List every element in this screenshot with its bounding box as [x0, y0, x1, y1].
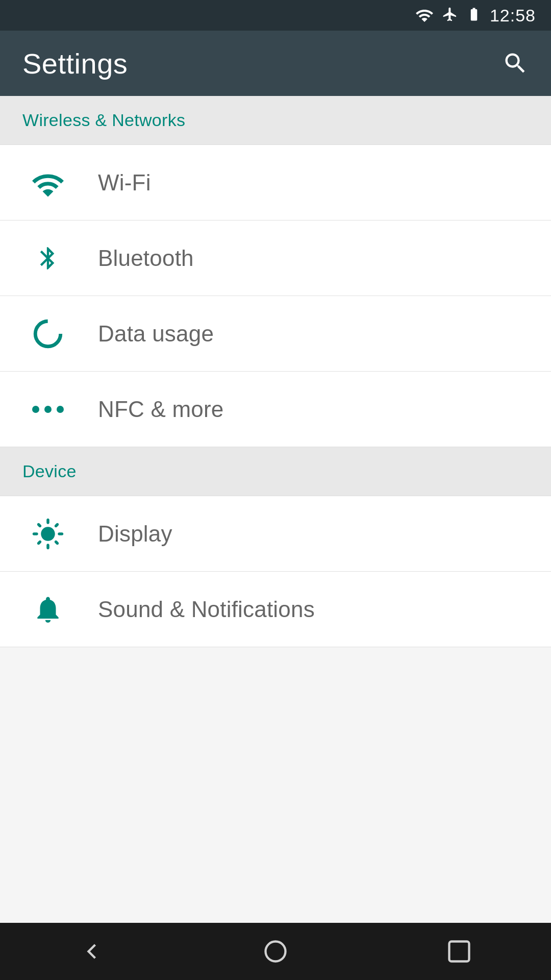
airplane-icon: [442, 6, 458, 24]
settings-content: Wireless & Networks Wi-Fi Bluetooth Data…: [0, 96, 551, 980]
wireless-networks-header: Wireless & Networks: [0, 96, 551, 145]
display-label: Display: [98, 521, 172, 547]
display-item[interactable]: Display: [0, 496, 551, 572]
wifi-status-icon: [415, 7, 434, 24]
data-usage-item[interactable]: Data usage: [0, 296, 551, 372]
svg-point-0: [35, 321, 61, 347]
data-usage-icon: [22, 317, 73, 351]
nav-bar: [0, 923, 551, 980]
sound-notifications-label: Sound & Notifications: [98, 597, 315, 622]
bluetooth-label: Bluetooth: [98, 246, 194, 271]
wifi-label: Wi-Fi: [98, 170, 151, 195]
bluetooth-item[interactable]: Bluetooth: [0, 220, 551, 296]
status-bar: 12:58: [0, 0, 551, 31]
home-button[interactable]: [262, 938, 289, 965]
bell-icon: [22, 593, 73, 626]
device-label: Device: [22, 461, 77, 481]
sound-notifications-item[interactable]: Sound & Notifications: [0, 572, 551, 647]
display-icon: [22, 517, 73, 551]
app-bar: Settings: [0, 31, 551, 96]
page-title: Settings: [22, 47, 128, 80]
wireless-networks-label: Wireless & Networks: [22, 110, 185, 130]
search-button[interactable]: [502, 50, 529, 77]
svg-point-1: [266, 942, 286, 962]
nfc-more-item[interactable]: NFC & more: [0, 372, 551, 447]
more-icon: [22, 406, 73, 413]
status-time: 12:58: [490, 6, 536, 26]
status-icons: 12:58: [415, 6, 536, 26]
bluetooth-icon: [22, 240, 73, 277]
back-button[interactable]: [79, 938, 105, 965]
nfc-more-label: NFC & more: [98, 397, 223, 422]
recents-button[interactable]: [446, 938, 472, 965]
device-header: Device: [0, 447, 551, 496]
wifi-icon: [22, 168, 73, 197]
svg-rect-2: [449, 942, 469, 962]
data-usage-label: Data usage: [98, 321, 214, 347]
battery-icon: [466, 6, 482, 25]
wifi-item[interactable]: Wi-Fi: [0, 145, 551, 220]
